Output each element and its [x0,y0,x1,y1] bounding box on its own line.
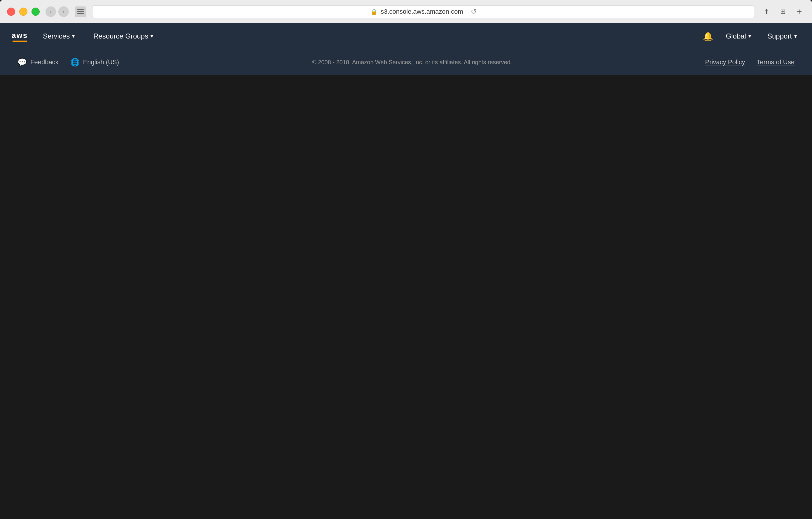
forward-button[interactable]: › [58,6,69,17]
back-button[interactable]: ‹ [46,6,56,17]
aws-logo-bar [12,40,27,42]
nav-right: 🔔 Global ▾ Support ▾ [703,30,800,43]
feedback-footer-item[interactable]: 💬 Feedback [18,58,59,67]
svg-rect-1 [77,11,84,12]
svg-rect-0 [77,9,84,10]
new-tab-button[interactable]: ⊞ [777,6,789,18]
close-traffic-light[interactable] [7,7,15,16]
resource-groups-chevron-icon: ▾ [150,33,153,39]
aws-logo: aws [12,31,28,42]
page-footer: 💬 Feedback 🌐 English (US) © 2008 - 2018,… [0,49,812,75]
sidebar-button[interactable] [75,6,86,17]
notification-bell-icon[interactable]: 🔔 [703,31,713,41]
share-button[interactable]: ⬆ [761,6,772,18]
aws-logo-text: aws [12,31,28,40]
global-chevron-icon: ▾ [748,33,751,39]
lock-icon: 🔒 [370,8,378,15]
terms-of-use-link[interactable]: Terms of Use [757,58,794,66]
browser-chrome: ‹ › 🔒 s3.console.aws.amazon.com ↺ ⬆ ⊞ + [0,0,812,23]
add-button[interactable]: + [793,6,805,18]
feedback-icon: 💬 [18,58,27,67]
resource-groups-nav-item[interactable]: Resource Groups ▾ [90,30,156,43]
minimize-traffic-light[interactable] [19,7,27,16]
traffic-lights [7,7,40,16]
address-bar[interactable]: 🔒 s3.console.aws.amazon.com ↺ [92,5,755,18]
url-text: s3.console.aws.amazon.com [381,8,463,16]
maximize-traffic-light[interactable] [31,7,40,16]
browser-titlebar: ‹ › 🔒 s3.console.aws.amazon.com ↺ ⬆ ⊞ + [7,5,805,23]
support-chevron-icon: ▾ [794,33,797,39]
privacy-policy-link[interactable]: Privacy Policy [705,58,745,66]
services-chevron-icon: ▾ [72,33,75,39]
browser-actions: ⬆ ⊞ + [761,6,805,18]
language-footer-item[interactable]: 🌐 English (US) [70,58,119,67]
aws-nav: aws Services ▾ Resource Groups ▾ 🔔 Globa… [0,23,812,49]
language-label: English (US) [83,58,119,66]
reload-icon[interactable]: ↺ [471,7,476,16]
feedback-label: Feedback [30,58,59,66]
globe-icon: 🌐 [70,58,80,67]
services-nav-item[interactable]: Services ▾ [39,30,78,43]
footer-copyright: © 2008 - 2018, Amazon Web Services, Inc.… [130,59,693,66]
global-nav-item[interactable]: Global ▾ [722,30,755,43]
svg-rect-2 [77,13,84,14]
support-nav-item[interactable]: Support ▾ [764,30,800,43]
nav-buttons: ‹ › [46,6,69,17]
